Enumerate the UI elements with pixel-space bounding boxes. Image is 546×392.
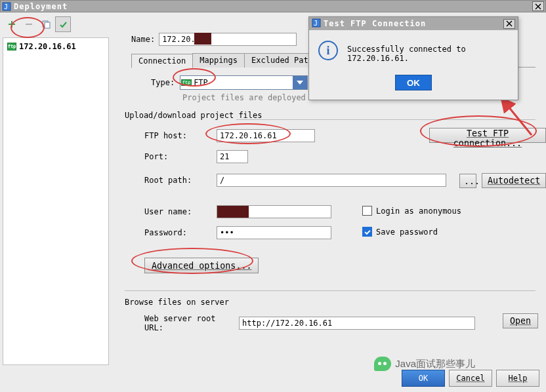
username-input[interactable] — [217, 205, 331, 218]
save-password-checkbox[interactable]: Save password — [362, 227, 438, 237]
popup-ok-button[interactable]: OK — [395, 75, 432, 90]
type-select[interactable]: ftp FTP — [180, 75, 308, 90]
help-button[interactable]: Help — [496, 370, 539, 387]
login-anonymous-checkbox[interactable]: Login as anonymous — [362, 206, 461, 216]
open-url-button[interactable]: Open — [503, 313, 538, 328]
server-name-input[interactable] — [159, 33, 297, 46]
login-anonymous-label: Login as anonymous — [376, 206, 461, 216]
browse-section-title: Browse files on server — [125, 298, 229, 307]
info-icon: i — [318, 41, 338, 60]
ftp-host-input[interactable] — [217, 129, 315, 142]
app-icon: J — [312, 18, 321, 29]
root-path-label: Root path: — [144, 176, 210, 185]
server-tree-item[interactable]: ftp 172.20.16.61 — [6, 41, 106, 52]
popup-title: Test FTP Connection — [324, 19, 426, 28]
root-path-input[interactable] — [217, 174, 446, 187]
type-select-value: FTP — [192, 78, 293, 87]
autodetect-button[interactable]: Autodetect — [482, 173, 546, 188]
svg-text:J: J — [314, 20, 318, 27]
divider — [125, 290, 536, 291]
set-default-button[interactable] — [55, 16, 71, 32]
test-ftp-button[interactable]: Test FTP connection... — [429, 128, 546, 143]
port-label: Port: — [144, 152, 210, 161]
type-label: Type: — [151, 78, 175, 87]
checkbox-icon — [362, 206, 372, 216]
port-input[interactable] — [217, 150, 248, 163]
ftp-icon: ftp — [7, 43, 16, 50]
web-url-label: Web server root URL: — [144, 314, 234, 332]
window-close-button[interactable] — [532, 1, 544, 11]
copy-server-button[interactable] — [38, 16, 54, 32]
web-url-input[interactable] — [239, 317, 475, 330]
sidebar: ftp 172.20.16.61 — [0, 12, 112, 392]
checkbox-checked-icon — [362, 227, 372, 237]
password-label: Password: — [144, 228, 210, 237]
upload-section-title: Upload/download project files — [125, 111, 262, 120]
dialog-footer: OK Cancel Help — [402, 370, 539, 387]
divider — [236, 119, 536, 120]
ftp-host-label: FTP host: — [144, 131, 210, 140]
sidebar-toolbar — [3, 15, 109, 33]
name-label: Name: — [131, 35, 155, 44]
save-password-label: Save password — [376, 227, 438, 237]
window-title: Deployment — [14, 2, 68, 11]
chevron-down-icon — [293, 76, 307, 89]
ok-button[interactable]: OK — [402, 370, 445, 387]
popup-message: Successfully connected to 172.20.16.61. — [347, 41, 509, 63]
tab-connection[interactable]: Connection — [131, 54, 193, 68]
add-server-button[interactable] — [4, 16, 20, 32]
test-ftp-popup: J Test FTP Connection i Successfully con… — [308, 16, 518, 100]
deployment-titlebar: J Deployment — [0, 0, 546, 12]
popup-close-button[interactable] — [503, 19, 515, 29]
username-label: User name: — [144, 207, 210, 216]
svg-rect-8 — [45, 22, 50, 28]
svg-text:J: J — [4, 3, 8, 10]
svg-marker-9 — [297, 81, 303, 85]
browse-root-button[interactable]: ... — [459, 174, 476, 188]
remove-server-button[interactable] — [21, 16, 37, 32]
cancel-button[interactable]: Cancel — [449, 370, 492, 387]
tab-mappings[interactable]: Mappings — [192, 53, 245, 68]
server-tree-item-label: 172.20.16.61 — [19, 42, 76, 51]
password-input[interactable] — [217, 226, 331, 239]
server-tree: ftp 172.20.16.61 — [3, 37, 109, 365]
app-icon: J — [2, 2, 11, 11]
ftp-icon: ftp — [180, 79, 192, 86]
advanced-options-button[interactable]: Advanced options... — [144, 258, 259, 273]
